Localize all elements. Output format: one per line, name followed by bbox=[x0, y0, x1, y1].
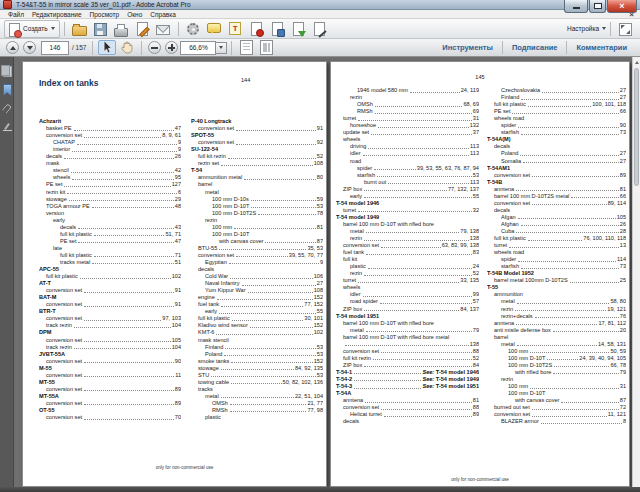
entry-text: Cold War bbox=[205, 273, 228, 280]
index-entry: ZIP box84 bbox=[336, 362, 479, 369]
text-edits-button[interactable]: T bbox=[227, 20, 244, 37]
entry-page-numbers: 28 bbox=[620, 228, 626, 235]
menu-view[interactable]: Просмотр bbox=[86, 11, 124, 18]
dot-leader bbox=[74, 348, 171, 349]
comment-button[interactable] bbox=[206, 20, 223, 37]
attachments-button[interactable] bbox=[2, 102, 12, 114]
entry-page-numbers: 77, 132, 137 bbox=[448, 186, 479, 193]
index-entry: tracks bbox=[191, 386, 323, 393]
index-entry: early55 bbox=[191, 308, 323, 315]
open-file-button[interactable] bbox=[71, 20, 88, 37]
entry-text: driving bbox=[350, 143, 366, 150]
dot-leader bbox=[547, 359, 578, 360]
bookmarks-button[interactable] bbox=[2, 84, 12, 96]
entry-page-numbers: 88 bbox=[473, 404, 479, 411]
entry-text: towing cable bbox=[198, 379, 229, 386]
zoom-in-button[interactable] bbox=[165, 41, 178, 54]
index-entry: 100 mm D-10T2S78 bbox=[191, 210, 323, 217]
entry-page-numbers: 32 bbox=[473, 207, 479, 214]
index-header: T-54-2See: T-54 model 1949 bbox=[336, 376, 479, 383]
entry-text: full kit rezin bbox=[198, 153, 226, 160]
scroll-up-button[interactable] bbox=[633, 58, 640, 67]
entry-page-numbers: 89, 114 bbox=[608, 200, 626, 207]
entry-page-numbers: 39, 53, 55, 63, 76, 87, 94 bbox=[417, 165, 479, 172]
compose-button[interactable] bbox=[134, 20, 151, 37]
menu-bar: Файл Редактирование Просмотр Окно Справк… bbox=[0, 10, 640, 19]
navigation-panel bbox=[0, 57, 14, 487]
dot-leader bbox=[84, 341, 171, 342]
entry-text: JVBT-55A bbox=[39, 351, 65, 358]
save-button[interactable] bbox=[92, 20, 109, 37]
print-button[interactable] bbox=[113, 20, 130, 37]
restore-button[interactable] bbox=[589, 0, 606, 13]
entry-text: conversion set bbox=[46, 358, 82, 365]
index-entry: track rezin104 bbox=[39, 322, 181, 329]
entry-page-numbers: 51, 71 bbox=[165, 231, 181, 238]
entry-text: Helicat turret bbox=[350, 411, 382, 418]
index-entry: anntena81 bbox=[336, 397, 479, 404]
hand-tool-button[interactable] bbox=[118, 40, 136, 55]
reading-mode-button[interactable] bbox=[617, 20, 634, 37]
sign-button[interactable] bbox=[311, 20, 328, 37]
entry-text: spider bbox=[501, 256, 516, 263]
entry-page-numbers: 106 bbox=[314, 273, 323, 280]
index-entry: decals bbox=[191, 266, 323, 273]
entry-page-numbers: 76 bbox=[620, 313, 626, 320]
vertical-scrollbar[interactable] bbox=[632, 57, 640, 487]
single-page-view-button[interactable] bbox=[237, 40, 255, 55]
dot-leader bbox=[517, 345, 597, 346]
entry-text: conversion set bbox=[198, 252, 234, 259]
zoom-level-value[interactable]: 66,6% bbox=[180, 41, 216, 55]
tab-sign[interactable]: Подписание bbox=[503, 43, 567, 52]
menu-edit[interactable]: Редактирование bbox=[28, 11, 86, 18]
signatures-button[interactable] bbox=[2, 121, 12, 133]
index-entry: PE set127 bbox=[39, 181, 181, 188]
dot-leader bbox=[221, 165, 313, 166]
zoom-out-button[interactable] bbox=[148, 41, 161, 54]
pdf-tools-button[interactable] bbox=[269, 20, 286, 37]
entry-text: rezin kit bbox=[46, 189, 65, 196]
page-number-input[interactable] bbox=[41, 41, 69, 55]
index-entry: conversion set39, 55, 70, 77 bbox=[191, 252, 323, 259]
scrollbar-thumb[interactable] bbox=[634, 68, 639, 186]
tab-tools[interactable]: Инструменты bbox=[433, 43, 502, 52]
dot-leader bbox=[248, 292, 313, 293]
select-tool-button[interactable] bbox=[98, 40, 116, 55]
page-thumbnails-button[interactable] bbox=[2, 65, 12, 77]
entry-page-numbers: 152 bbox=[314, 322, 323, 329]
menu-help[interactable]: Справка bbox=[146, 11, 180, 18]
dot-leader bbox=[363, 296, 472, 297]
entry-page-numbers: 8 bbox=[623, 418, 626, 425]
tab-comments[interactable]: Комментарии bbox=[567, 43, 636, 52]
menu-window[interactable]: Окно bbox=[123, 11, 146, 18]
dot-leader bbox=[236, 130, 316, 131]
next-page-button[interactable] bbox=[23, 41, 36, 54]
customize-button[interactable]: Настройка bbox=[567, 25, 606, 32]
entry-text: T-54B Model 1952 bbox=[487, 270, 534, 277]
scrolling-view-button[interactable] bbox=[257, 40, 275, 55]
pdf-export-button[interactable] bbox=[290, 20, 307, 37]
index-entry: wheels bbox=[336, 284, 479, 291]
entry-text: anti misile defense box bbox=[494, 327, 551, 334]
entry-text: early bbox=[205, 308, 217, 315]
close-button[interactable]: × bbox=[607, 0, 637, 13]
dot-leader bbox=[523, 162, 619, 163]
minimize-button[interactable] bbox=[564, 0, 588, 13]
pdf-protect-button[interactable] bbox=[248, 20, 265, 37]
email-button[interactable] bbox=[155, 20, 172, 37]
entry-text: anntena bbox=[494, 320, 514, 327]
index-entry: stowage84, 92, 135 bbox=[191, 365, 323, 372]
entry-text: T-54A bbox=[336, 390, 351, 397]
settings-button[interactable] bbox=[185, 20, 202, 37]
entry-page-numbers: 89 bbox=[620, 172, 626, 179]
zoom-dropdown-button[interactable] bbox=[216, 42, 227, 54]
create-button[interactable]: Создать bbox=[4, 20, 60, 38]
entry-text: BAT-M bbox=[39, 294, 56, 301]
previous-page-button[interactable] bbox=[6, 41, 19, 54]
entry-page-numbers: 87 bbox=[620, 397, 626, 404]
menu-file[interactable]: Файл bbox=[4, 11, 28, 18]
dot-leader bbox=[381, 409, 472, 410]
dot-leader bbox=[242, 285, 316, 286]
dot-leader bbox=[516, 190, 619, 191]
entry-text: barrel metal 100mm D-10T2S bbox=[494, 277, 568, 284]
